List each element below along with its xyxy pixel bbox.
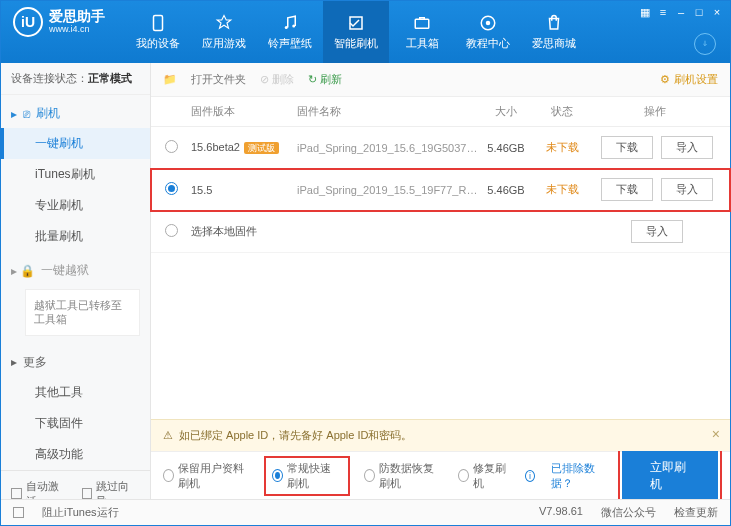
download-manager-icon[interactable] [694,33,716,55]
refresh-button[interactable]: ↻ 刷新 [308,72,342,87]
version-label: V7.98.61 [539,505,583,520]
folder-icon: 📁 [163,73,177,86]
import-button[interactable]: 导入 [661,136,713,159]
connection-status: 设备连接状态：正常模式 [1,63,150,95]
opt-normal-flash[interactable]: 常规快速刷机 [266,458,347,494]
svg-point-1 [285,26,288,29]
toolbar: 📁 打开文件夹 ⊘ 删除 ↻ 刷新 ⚙ 刷机设置 [151,63,730,97]
flash-settings-button[interactable]: ⚙ 刷机设置 [660,72,718,87]
statusbar: 阻止iTunes运行 V7.98.61 微信公众号 检查更新 [1,499,730,525]
open-folder-button[interactable]: 打开文件夹 [191,72,246,87]
window-controls: ▦ ≡ – □ × [638,5,724,19]
import-button[interactable]: 导入 [631,220,683,243]
sidebar-head-jailbreak[interactable]: ▸ 🔒 一键越狱 [1,256,150,285]
svg-rect-3 [415,19,429,28]
flash-now-button[interactable]: 立即刷机 [622,451,718,501]
sidebar: 设备连接状态：正常模式 ▸ ⎚ 刷机 一键刷机 iTunes刷机 专业刷机 批量… [1,63,151,499]
download-button[interactable]: 下载 [601,136,653,159]
checkbox-block-itunes[interactable] [13,507,24,518]
sidebar-item-other-tools[interactable]: 其他工具 [1,377,150,408]
titlebar: iU 爱思助手 www.i4.cn 我的设备 应用游戏 铃声壁纸 智能刷机 工具… [1,1,730,63]
opt-keep-data[interactable]: 保留用户资料刷机 [163,461,250,491]
maximize-icon[interactable]: □ [692,5,706,19]
minimize-icon[interactable]: – [674,5,688,19]
main-nav: 我的设备 应用游戏 铃声壁纸 智能刷机 工具箱 教程中心 爱思商城 [125,1,587,63]
exclude-data-link[interactable]: 已排除数据？ [551,461,606,491]
close-warning-icon[interactable]: × [712,426,720,442]
svg-point-2 [292,24,295,27]
opt-repair[interactable]: 修复刷机 [458,461,509,491]
nav-my-device[interactable]: 我的设备 [125,1,191,63]
checkbox-auto-activate[interactable] [11,488,22,499]
main-panel: 📁 打开文件夹 ⊘ 删除 ↻ 刷新 ⚙ 刷机设置 固件版本 固件名称 大小 状态… [151,63,730,499]
app-title: 爱思助手 [49,9,105,24]
sidebar-item-batch[interactable]: 批量刷机 [1,221,150,252]
menu-icon[interactable]: ▦ [638,5,652,19]
nav-ringtones[interactable]: 铃声壁纸 [257,1,323,63]
firmware-row[interactable]: 15.6beta2测试版 iPad_Spring_2019_15.6_19G50… [151,127,730,169]
check-update-link[interactable]: 检查更新 [674,505,718,520]
sidebar-item-itunes[interactable]: iTunes刷机 [1,159,150,190]
sidebar-item-advanced[interactable]: 高级功能 [1,439,150,470]
wechat-link[interactable]: 微信公众号 [601,505,656,520]
nav-store[interactable]: 爱思商城 [521,1,587,63]
svg-point-5 [486,20,491,25]
settings-icon[interactable]: ≡ [656,5,670,19]
close-icon[interactable]: × [710,5,724,19]
nav-toolbox[interactable]: 工具箱 [389,1,455,63]
app-url: www.i4.cn [49,25,105,35]
block-itunes-label: 阻止iTunes运行 [42,505,119,520]
local-firmware-row[interactable]: 选择本地固件 导入 [151,211,730,253]
flash-options: 保留用户资料刷机 常规快速刷机 防数据恢复刷机 修复刷机 i 已排除数据？ 立即… [151,451,730,499]
nav-flash[interactable]: 智能刷机 [323,1,389,63]
sidebar-item-oneclick[interactable]: 一键刷机 [1,128,150,159]
import-button[interactable]: 导入 [661,178,713,201]
logo-icon: iU [13,7,43,37]
sidebar-head-more[interactable]: ▸ 更多 [1,348,150,377]
warning-bar: ⚠ 如已绑定 Apple ID，请先备好 Apple ID和密码。 × [151,419,730,451]
jailbreak-note: 越狱工具已转移至工具箱 [25,289,140,336]
delete-button[interactable]: ⊘ 删除 [260,72,294,87]
svg-rect-0 [154,15,163,30]
download-button[interactable]: 下载 [601,178,653,201]
radio-icon[interactable] [165,182,178,195]
sidebar-head-flash[interactable]: ▸ ⎚ 刷机 [1,99,150,128]
logo: iU 爱思助手 www.i4.cn [1,1,115,37]
opt-anti-recovery[interactable]: 防数据恢复刷机 [364,461,442,491]
beta-tag: 测试版 [244,142,279,154]
radio-icon[interactable] [165,140,178,153]
checkbox-skip-guide[interactable] [82,488,93,499]
warning-icon: ⚠ [163,429,173,442]
table-header: 固件版本 固件名称 大小 状态 操作 [151,97,730,127]
firmware-row-selected[interactable]: 15.5 iPad_Spring_2019_15.5_19F77_Restore… [151,169,730,211]
sidebar-item-download-fw[interactable]: 下载固件 [1,408,150,439]
nav-apps[interactable]: 应用游戏 [191,1,257,63]
nav-tutorials[interactable]: 教程中心 [455,1,521,63]
info-icon[interactable]: i [525,470,535,482]
sidebar-item-pro[interactable]: 专业刷机 [1,190,150,221]
radio-icon[interactable] [165,224,178,237]
